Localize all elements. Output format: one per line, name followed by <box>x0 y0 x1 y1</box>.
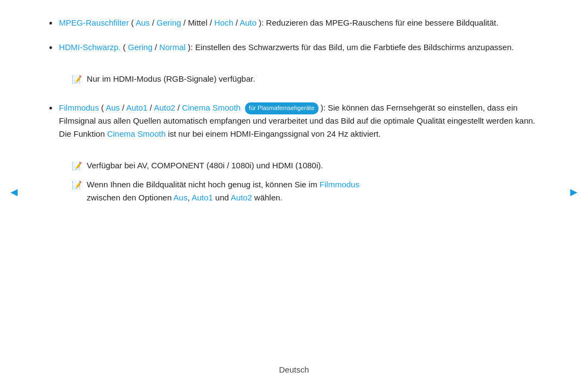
content-area: • MPEG-Rauschfilter ( Aus / Gering / Mit… <box>0 0 588 357</box>
film-label-link[interactable]: Filmmodus <box>59 103 99 112</box>
right-arrow-icon: ► <box>568 185 580 199</box>
mpeg-opt-hoch[interactable]: Hoch <box>214 18 233 27</box>
film-opt-cinema-smooth[interactable]: Cinema Smooth <box>182 103 241 112</box>
film-note2-text: Wenn Ihnen die Bildqualität nicht hoch g… <box>87 178 539 204</box>
film-note2-auto1-link[interactable]: Auto1 <box>192 193 213 202</box>
mpeg-opt-auto[interactable]: Auto <box>240 18 256 27</box>
hdmi-opt-gering[interactable]: Gering <box>128 42 152 52</box>
plasma-badge: für Plasmafernsehgeräte <box>245 102 318 114</box>
film-note1-text: Verfügbar bei AV, COMPONENT (480i / 1080… <box>87 159 539 172</box>
film-description-2: ist nur bei einem HDMI-Eingangssignal vo… <box>166 129 381 138</box>
note-icon-hdmi: 📝 <box>72 73 82 86</box>
bullet-text-hdmi: HDMI-Schwarzp. ( Gering / Normal ): Eins… <box>59 41 539 92</box>
hdmi-description: ): Einstellen des Schwarzwerts für das B… <box>188 42 514 52</box>
mpeg-opt-mittel: Mittel <box>188 18 207 27</box>
bullet-dot-hdmi: • <box>49 41 52 56</box>
nav-arrow-right[interactable]: ► <box>566 185 581 200</box>
film-opt-auto1[interactable]: Auto1 <box>126 103 148 112</box>
bullet-dot-film: • <box>49 101 52 116</box>
footer: Deutsch <box>0 357 588 384</box>
mpeg-label-link[interactable]: MPEG-Rauschfilter <box>59 18 128 27</box>
cinema-smooth-inline-link[interactable]: Cinema Smooth <box>107 129 166 138</box>
mpeg-opt-aus[interactable]: Aus <box>136 18 150 27</box>
film-note1-block: 📝 Verfügbar bei AV, COMPONENT (480i / 10… <box>72 159 539 173</box>
footer-language: Deutsch <box>279 365 309 374</box>
bullet-text-film: Filmmodus ( Aus / Auto1 / Auto2 / Cinema… <box>59 101 539 210</box>
film-note2-aus-link[interactable]: Aus <box>174 193 188 202</box>
bullet-item-hdmi: • HDMI-Schwarzp. ( Gering / Normal ): Ei… <box>49 41 539 92</box>
mpeg-opt-gering[interactable]: Gering <box>157 18 181 27</box>
nav-arrow-left[interactable]: ◄ <box>7 185 22 200</box>
hdmi-note-block: 📝 Nur im HDMI-Modus (RGB-Signale) verfüg… <box>72 72 539 86</box>
film-note2-filmmodus-link[interactable]: Filmmodus <box>320 180 359 189</box>
bullet-list: • MPEG-Rauschfilter ( Aus / Gering / Mit… <box>49 16 539 210</box>
bullet-item-mpeg: • MPEG-Rauschfilter ( Aus / Gering / Mit… <box>49 16 539 31</box>
note-icon-film1: 📝 <box>72 160 82 173</box>
note-icon-film2: 📝 <box>72 179 82 192</box>
hdmi-label-link[interactable]: HDMI-Schwarzp. <box>59 42 120 52</box>
bullet-text-mpeg: MPEG-Rauschfilter ( Aus / Gering / Mitte… <box>59 16 539 29</box>
hdmi-note-text: Nur im HDMI-Modus (RGB-Signale) verfügba… <box>87 72 539 86</box>
bullet-dot-mpeg: • <box>49 16 52 31</box>
film-opt-aus[interactable]: Aus <box>106 103 120 112</box>
film-note2-block: 📝 Wenn Ihnen die Bildqualität nicht hoch… <box>72 178 539 204</box>
page-container: ◄ ► • MPEG-Rauschfilter ( Aus / Gering /… <box>0 0 588 384</box>
film-opt-auto2[interactable]: Auto2 <box>154 103 175 112</box>
film-note2-auto2-link[interactable]: Auto2 <box>231 193 252 202</box>
hdmi-opt-normal[interactable]: Normal <box>160 42 186 52</box>
bullet-item-film: • Filmmodus ( Aus / Auto1 / Auto2 / Cine… <box>49 101 539 210</box>
left-arrow-icon: ◄ <box>8 185 20 199</box>
mpeg-description: ): Reduzieren das MPEG-Rauschens für ein… <box>259 18 498 27</box>
